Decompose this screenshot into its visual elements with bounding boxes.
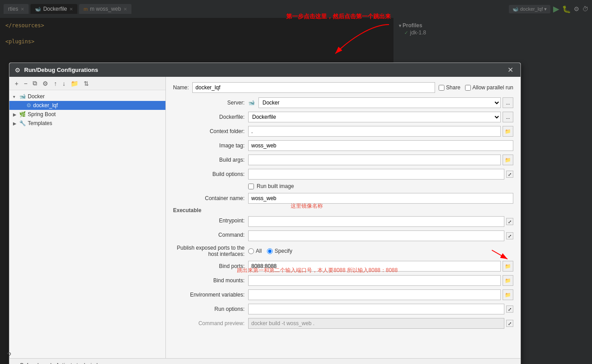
specify-radio[interactable]	[267, 248, 273, 254]
build-args-row: Build args: 📁	[173, 155, 513, 165]
context-folder-row: Context folder: 📁	[173, 126, 513, 137]
dialog-bottom: ▾ Before launch: Activate tool window + …	[9, 358, 520, 364]
left-panel: + − ⧉ ⚙ ↑ ↓ 📁 ⇅ ▾ 🐋 Docker ⚙	[9, 77, 166, 358]
share-label-text: Share	[446, 84, 461, 91]
command-input[interactable]	[248, 230, 504, 241]
dockerfile-select[interactable]: Dockerfile	[248, 112, 501, 122]
name-input[interactable]	[192, 82, 435, 93]
specify-radio-label[interactable]: Specify	[267, 248, 292, 254]
build-args-input[interactable]	[248, 155, 501, 165]
build-options-row: Build options: ⤢	[173, 169, 513, 180]
server-row: Server: 🐋 Docker ...	[173, 97, 513, 108]
bind-mounts-browse-btn[interactable]: 📁	[503, 275, 513, 286]
top-checkboxes: Share Allow parallel run	[439, 84, 513, 91]
left-toolbar: + − ⧉ ⚙ ↑ ↓ 📁 ⇅	[9, 77, 165, 90]
share-checkbox[interactable]	[439, 85, 444, 91]
run-options-expand-btn[interactable]: ⤢	[506, 305, 513, 313]
folder-button[interactable]: 📁	[69, 79, 80, 88]
before-launch-arrow[interactable]: ▾	[15, 362, 17, 364]
dialog-close-button[interactable]: ✕	[506, 66, 515, 74]
publish-ports-label: Publish exposed ports to the host interf…	[173, 245, 245, 257]
context-folder-wrap: 📁	[248, 126, 513, 137]
copy-config-button[interactable]: ⧉	[31, 79, 39, 88]
build-options-expand-btn[interactable]: ⤢	[506, 171, 513, 178]
server-docker-icon: 🐋	[248, 100, 255, 106]
move-down-button[interactable]: ↓	[60, 79, 67, 88]
sort-button[interactable]: ⇅	[82, 79, 91, 88]
build-args-wrap: 📁	[248, 155, 513, 165]
server-label: Server:	[173, 100, 245, 106]
specify-radio-text: Specify	[275, 248, 292, 254]
env-vars-input[interactable]	[248, 289, 501, 300]
entrypoint-label: Entrypoint:	[173, 216, 245, 224]
move-up-button[interactable]: ↑	[52, 79, 59, 88]
docker-group-label: Docker	[28, 93, 45, 100]
docker-group-icon: 🐋	[19, 93, 26, 100]
run-options-wrap: ⤢	[248, 304, 513, 314]
templates-arrow: ▶	[13, 121, 17, 126]
run-debug-dialog: ⚙ Run/Debug Configurations ✕ + − ⧉ ⚙ ↑ ↓…	[9, 63, 521, 364]
dockerfile-browse-btn[interactable]: ...	[503, 112, 513, 122]
remove-config-button[interactable]: −	[22, 79, 29, 88]
image-tag-row: Image tag:	[173, 140, 513, 151]
tree-docker-group[interactable]: ▾ 🐋 Docker	[9, 92, 165, 101]
image-tag-input[interactable]	[248, 140, 513, 151]
command-preview-wrap: ⤢	[248, 318, 513, 329]
parallel-checkbox[interactable]	[465, 85, 471, 91]
entrypoint-input[interactable]	[248, 216, 504, 227]
build-options-input[interactable]	[248, 169, 504, 180]
entrypoint-row: Entrypoint: ⤢	[173, 216, 513, 227]
bind-ports-input[interactable]	[248, 261, 501, 272]
share-checkbox-label[interactable]: Share	[439, 84, 461, 91]
entrypoint-wrap: ⤢	[248, 216, 513, 227]
entrypoint-expand-btn[interactable]: ⤢	[506, 218, 513, 225]
docker-lqf-arrow	[20, 103, 25, 108]
spring-boot-label: Spring Boot	[28, 111, 56, 117]
container-name-row: Container name:	[173, 193, 513, 204]
parallel-label-text: Allow parallel run	[473, 84, 513, 91]
run-options-row: Run options: ⤢	[173, 304, 513, 314]
parallel-checkbox-label[interactable]: Allow parallel run	[465, 84, 513, 91]
docker-lqf-label: docker_lqf	[33, 102, 58, 109]
command-preview-expand-btn[interactable]: ⤢	[506, 320, 513, 327]
command-row: Command: ⤢	[173, 230, 513, 241]
add-config-button[interactable]: +	[13, 79, 20, 88]
run-built-image-checkbox[interactable]	[248, 184, 254, 189]
left-tree: ▾ 🐋 Docker ⚙ docker_lqf ▶ 🌿 Spring Boot	[9, 90, 165, 358]
build-args-label: Build args:	[173, 157, 245, 163]
tree-templates-group[interactable]: ▶ 🔧 Templates	[9, 119, 165, 128]
all-radio-text: All	[256, 248, 262, 254]
run-options-input[interactable]	[248, 304, 504, 314]
bind-mounts-input[interactable]	[248, 275, 501, 286]
command-expand-btn[interactable]: ⤢	[506, 232, 513, 239]
bind-mounts-wrap: 📁	[248, 275, 513, 286]
tree-spring-boot-group[interactable]: ▶ 🌿 Spring Boot	[9, 110, 165, 119]
dialog-title-text: Run/Debug Configurations	[24, 67, 98, 73]
all-radio[interactable]	[248, 248, 254, 254]
build-args-browse-btn[interactable]: 📁	[503, 155, 513, 165]
bind-ports-browse-btn[interactable]: 📁	[503, 261, 513, 272]
container-name-input[interactable]	[248, 193, 513, 204]
bind-ports-row: Bind ports: 📁	[173, 261, 513, 272]
env-vars-wrap: 📁	[248, 289, 513, 300]
command-label: Command:	[173, 230, 245, 238]
templates-label: Templates	[28, 120, 52, 126]
context-folder-input[interactable]	[248, 126, 501, 137]
docker-group-arrow: ▾	[13, 94, 17, 99]
help-icon[interactable]: ?	[7, 351, 11, 360]
bind-ports-wrap: 📁	[248, 261, 513, 272]
server-select[interactable]: Docker	[258, 97, 501, 108]
container-name-label: Container name:	[173, 195, 245, 201]
command-wrap: ⤢	[248, 230, 513, 241]
server-browse-btn[interactable]: ...	[503, 97, 513, 108]
tree-docker-lqf[interactable]: ⚙ docker_lqf	[9, 101, 165, 110]
settings-config-button[interactable]: ⚙	[41, 79, 50, 88]
env-vars-browse-btn[interactable]: 📁	[503, 289, 513, 300]
dockerfile-row: Dockerfile: Dockerfile ...	[173, 112, 513, 122]
bind-mounts-row: Bind mounts: 📁	[173, 275, 513, 286]
command-preview-label: Command preview:	[173, 320, 245, 326]
docker-lqf-icon: ⚙	[26, 102, 31, 109]
run-built-image-label: Run built image	[257, 183, 294, 189]
context-folder-browse-btn[interactable]: 📁	[503, 126, 513, 137]
all-radio-label[interactable]: All	[248, 248, 262, 254]
